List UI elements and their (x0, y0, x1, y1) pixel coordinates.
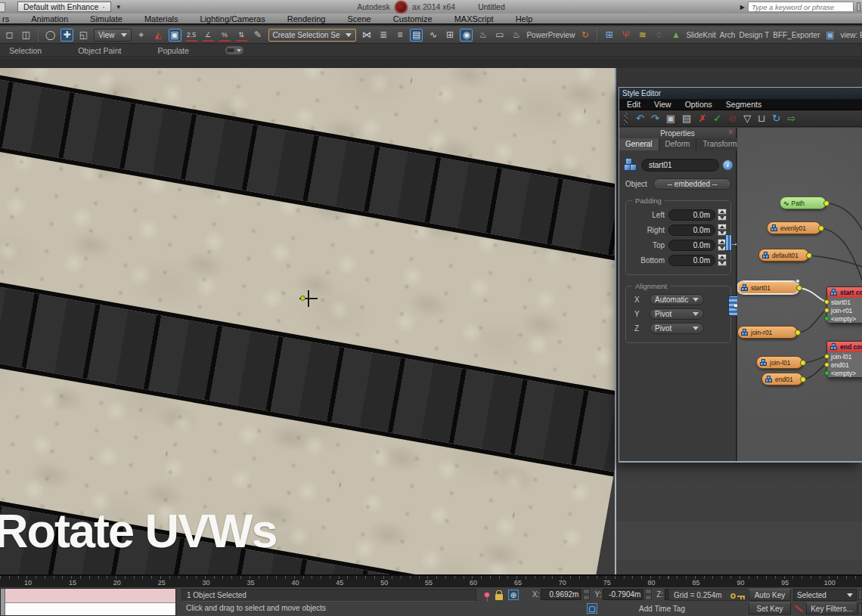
menu-help[interactable]: Help (516, 14, 533, 23)
timeline-tick-25[interactable]: 25 (158, 579, 166, 587)
padding-top-input[interactable]: 0.0m (668, 240, 715, 251)
node-graph-pane[interactable]: ∿Pathevenly01default01start01join-r01joi… (737, 128, 862, 461)
properties-panel-header[interactable]: Properties ✕ (619, 128, 736, 138)
percent-snap-toggle-icon[interactable]: % (219, 29, 231, 42)
y-input[interactable]: -0.7904m (603, 589, 643, 600)
paste-icon[interactable]: ▤ (682, 113, 691, 123)
composite-input-row[interactable]: join-l01 (827, 352, 862, 361)
menu-rs[interactable]: rs (2, 14, 9, 23)
rectangular-selection-icon[interactable]: ◻ (3, 29, 16, 42)
y-spinner[interactable] (645, 589, 652, 600)
curve-editor-icon[interactable]: ∿ (426, 29, 439, 42)
named-selection-sets-icon[interactable]: ✎ (252, 29, 265, 42)
menu-animation[interactable]: Animation (31, 14, 68, 23)
playback-clipped-icon[interactable] (858, 603, 862, 614)
plugin-ramp-icon[interactable]: ▲ (669, 29, 682, 42)
reference-coordinate-dropdown[interactable]: View (94, 29, 132, 42)
layer-manager-icon[interactable]: ≡ (393, 29, 406, 42)
graph-node-path[interactable]: ∿Path (780, 197, 826, 209)
tab-populate[interactable]: Populate (157, 46, 188, 55)
undo-icon[interactable]: ↶ (636, 113, 644, 123)
tab-object-paint[interactable]: Object Paint (78, 46, 121, 55)
composite-node-1[interactable]: end compjoin-l01end01<empty> (826, 341, 862, 378)
snap-toggle-2.5-icon[interactable]: 2.5 (185, 29, 198, 42)
create-selection-set-dropdown[interactable]: Create Selection Se (268, 29, 357, 42)
workspace-dropdown[interactable]: Default with Enhance · (17, 2, 111, 12)
composite-input-row[interactable]: join-r01 (827, 306, 862, 314)
use-pivot-center-icon[interactable]: ⌖ (135, 29, 148, 42)
listener-script-line[interactable] (5, 603, 175, 615)
material-editor-icon[interactable]: ◉ (460, 29, 473, 42)
input-dot-yellow[interactable] (824, 362, 829, 367)
x-input[interactable]: 0.9692m (541, 589, 581, 600)
redo-icon[interactable]: ↷ (651, 113, 659, 123)
menu-lighting-cameras[interactable]: Lighting/Cameras (200, 14, 265, 23)
refresh-icon[interactable]: ↻ (772, 113, 780, 123)
plugin-martini-icon[interactable]: Ψ (619, 29, 632, 42)
validate-check-icon[interactable]: ✓ (713, 113, 721, 123)
timeline-tick-75[interactable]: 75 (603, 579, 611, 587)
tab-selection[interactable]: Selection (9, 46, 42, 55)
menu-materials[interactable]: Materials (144, 14, 178, 23)
graph-node-join-r01[interactable]: join-r01 (737, 326, 798, 339)
timeline-tick-10[interactable]: 10 (24, 579, 32, 587)
absolute-mode-icon[interactable]: ⊕ (508, 590, 519, 600)
delete-icon[interactable]: ✗ (698, 113, 706, 123)
se-menu-options[interactable]: Options (685, 100, 712, 109)
search-arrow-icon[interactable]: ▶ (740, 4, 745, 11)
extended-viewport-icon[interactable]: ⊞ (603, 29, 615, 42)
key-selection-dropdown[interactable]: Selected (793, 589, 857, 601)
node-output-dot[interactable] (806, 252, 812, 258)
stop-disabled-icon[interactable]: ⊘ (728, 113, 736, 123)
spinner-snap-toggle-icon[interactable]: ⇅ (235, 29, 248, 42)
tab-deform[interactable]: Deform (659, 138, 697, 150)
paint-selection-icon[interactable]: ◫ (20, 29, 33, 42)
timeline-ruler[interactable]: 101520253035404550556065707580859095100 (0, 574, 862, 587)
timeline-tick-60[interactable]: 60 (470, 579, 477, 587)
arc-rotate-swirl-icon[interactable]: ↻ (578, 29, 591, 42)
node-output-dot[interactable] (796, 285, 802, 291)
timeline-tick-30[interactable]: 30 (203, 579, 210, 587)
timeline-tick-40[interactable]: 40 (291, 579, 299, 587)
composite-node-0[interactable]: start constart01join-r01<empty> (826, 286, 862, 323)
schematic-view-icon[interactable]: ⊞ (443, 29, 456, 42)
copy-icon[interactable]: ▣ (666, 113, 675, 123)
padding-bottom-input[interactable]: 0.0m (668, 255, 715, 266)
node-name-input[interactable]: start01 (641, 159, 719, 172)
input-dot-yellow[interactable] (824, 299, 829, 305)
timeline-tick-85[interactable]: 85 (692, 579, 699, 587)
padding-left-spinner[interactable] (718, 209, 727, 221)
align-icon[interactable]: ≣ (377, 29, 389, 42)
angle-snap-toggle-icon[interactable]: ∠ (202, 29, 215, 42)
menu-scene[interactable]: Scene (348, 14, 371, 23)
render-setup-icon[interactable]: ♨ (476, 29, 489, 42)
composite-input-row[interactable]: start01 (827, 298, 862, 306)
key-filters-button[interactable]: Key Filters... (806, 602, 857, 614)
graph-node-default01[interactable]: default01 (758, 249, 809, 262)
ribbon-toggle-icon[interactable]: ▤ (410, 29, 423, 42)
select-and-scale-icon[interactable]: ◱ (77, 29, 90, 42)
menu-maxscript[interactable]: MAXScript (454, 14, 494, 23)
timeline-tick-80[interactable]: 80 (648, 579, 656, 587)
node-output-dot[interactable] (818, 225, 824, 231)
graph-node-start01[interactable]: start01 (737, 281, 799, 294)
set-key-brush-icon[interactable] (793, 604, 803, 614)
timeline-tick-65[interactable]: 65 (514, 579, 522, 587)
playback-clipped-icon[interactable] (858, 590, 862, 600)
set-key-button[interactable]: Set Key (749, 602, 791, 614)
graph-node-join-l01[interactable]: join-l01 (756, 356, 803, 369)
graph-node-end01[interactable]: end01 (761, 373, 803, 385)
style-editor-titlebar[interactable]: Style Editor (619, 88, 862, 99)
close-icon[interactable]: ✕ (727, 128, 733, 136)
x-spinner[interactable] (583, 589, 590, 600)
enhance-swatch-icon[interactable]: ▣ (824, 29, 837, 42)
menu-rendering[interactable]: Rendering (287, 14, 326, 23)
se-menu-edit[interactable]: Edit (627, 100, 640, 109)
timeline-tick-15[interactable]: 15 (69, 579, 76, 587)
info-icon[interactable]: i (723, 160, 733, 170)
input-dot-green[interactable] (824, 370, 829, 376)
input-dot-green[interactable] (824, 316, 829, 321)
plugin-dashes-icon[interactable]: ≋ (636, 29, 649, 42)
se-menu-segments[interactable]: Segments (726, 100, 761, 109)
maxscript-mini-listener[interactable] (0, 588, 176, 616)
